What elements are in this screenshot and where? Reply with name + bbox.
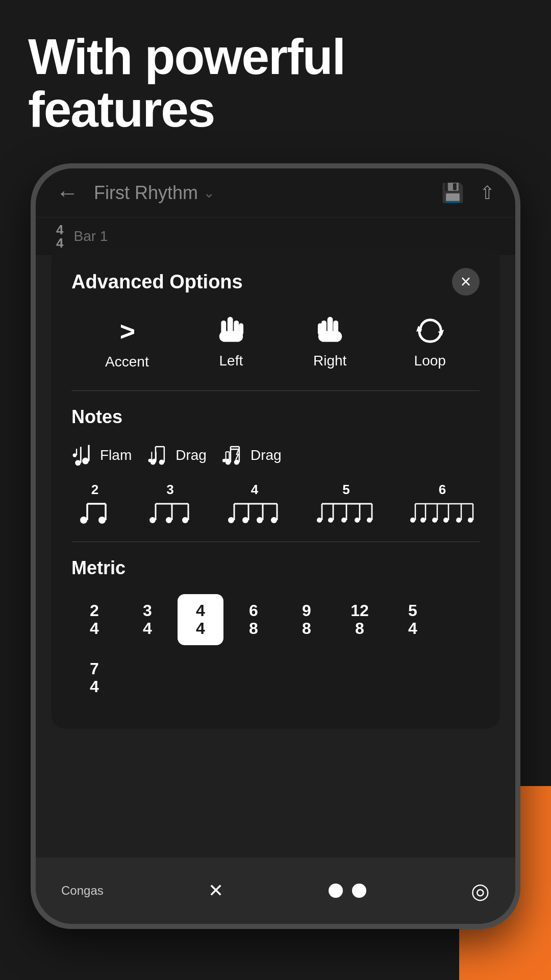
flam-icon: [71, 443, 94, 468]
tuplet-2[interactable]: 2: [77, 482, 113, 526]
tuplet-6[interactable]: 6: [410, 482, 474, 526]
tuplet-4-icon: [227, 500, 282, 526]
metric-title: Metric: [71, 557, 480, 579]
tuplet-2-icon: [77, 500, 113, 526]
loop-icon: [415, 316, 445, 346]
svg-point-56: [271, 517, 277, 523]
svg-point-54: [257, 517, 263, 523]
target-icon[interactable]: ◎: [471, 878, 490, 903]
right-option[interactable]: Right: [313, 316, 346, 370]
flam-label: Flam: [100, 447, 132, 463]
drag2-label: Drag: [251, 447, 282, 463]
drag2-icon: [222, 443, 244, 468]
svg-point-38: [80, 517, 87, 524]
metric-5-4[interactable]: 5 4: [390, 594, 436, 645]
svg-point-59: [317, 518, 322, 523]
right-label: Right: [313, 353, 346, 369]
tuplet-3-icon: [147, 500, 193, 526]
options-row: > Accent Left: [71, 316, 480, 370]
svg-point-29: [234, 459, 239, 464]
bottom-bar: Congas ✕ ◎: [36, 857, 515, 924]
accent-option[interactable]: > Accent: [105, 316, 149, 370]
modal-title: Advanced Options: [71, 271, 243, 293]
svg-point-65: [355, 518, 360, 523]
svg-point-63: [341, 518, 346, 523]
close-button[interactable]: ×: [452, 268, 480, 296]
drag1-item[interactable]: Drag: [147, 443, 207, 468]
bottom-dots: [329, 884, 366, 898]
svg-point-50: [228, 517, 234, 523]
divider-2: [71, 542, 480, 542]
tuplet-3[interactable]: 3: [147, 482, 193, 526]
svg-point-45: [166, 517, 172, 523]
svg-point-61: [328, 518, 333, 523]
metric-2-4[interactable]: 2 4: [71, 594, 117, 645]
loop-label: Loop: [414, 353, 446, 369]
dot-1: [329, 884, 343, 898]
svg-point-76: [443, 518, 448, 523]
flam-item[interactable]: Flam: [71, 443, 132, 468]
svg-rect-4: [219, 331, 243, 341]
svg-point-70: [410, 518, 415, 523]
svg-point-12: [75, 460, 81, 465]
left-option[interactable]: Left: [216, 316, 246, 370]
svg-point-80: [468, 518, 473, 523]
phone-mockup: ← First Rhythm ⌄ 💾 ⇧ 4 4 Bar 1 Advanc: [31, 163, 520, 929]
svg-point-20: [159, 459, 164, 464]
metric-6-8[interactable]: 6 8: [231, 594, 277, 645]
drag2-item[interactable]: Drag: [222, 443, 282, 468]
metric-section: Metric 2 4 3 4 4 4 6: [71, 557, 480, 703]
svg-point-67: [367, 518, 372, 523]
tuplet-6-icon: [410, 500, 474, 526]
advanced-options-modal: Advanced Options × > Accent: [51, 248, 500, 729]
svg-point-72: [420, 518, 425, 523]
phone-screen: ← First Rhythm ⌄ 💾 ⇧ 4 4 Bar 1 Advanc: [36, 168, 515, 924]
accent-label: Accent: [105, 354, 149, 370]
headline-line2: features: [28, 83, 523, 136]
svg-point-43: [149, 517, 156, 523]
tuplet-5[interactable]: 5: [316, 482, 377, 526]
left-label: Left: [219, 353, 243, 369]
metric-4-4[interactable]: 4 4: [178, 594, 223, 645]
accent-icon: >: [119, 316, 135, 347]
svg-point-74: [432, 518, 437, 523]
loop-option[interactable]: Loop: [414, 316, 446, 370]
notes-items-row: Flam: [71, 443, 480, 468]
svg-point-52: [242, 517, 248, 523]
svg-rect-5: [327, 317, 333, 333]
tuplet-5-icon: [316, 500, 377, 526]
metric-3-4[interactable]: 3 4: [124, 594, 170, 645]
modal-header: Advanced Options ×: [71, 268, 480, 296]
metric-items-row: 2 4 3 4 4 4 6 8: [71, 594, 480, 703]
metric-9-8[interactable]: 9 8: [284, 594, 330, 645]
hand-right-icon: [315, 316, 345, 346]
close-x-button[interactable]: ✕: [208, 880, 223, 901]
svg-point-40: [98, 517, 106, 524]
congas-label: Congas: [61, 884, 104, 898]
hand-left-icon: [216, 316, 246, 346]
drag1-label: Drag: [176, 447, 207, 463]
dot-2: [352, 884, 366, 898]
tuplet-4[interactable]: 4: [227, 482, 282, 526]
divider-1: [71, 390, 480, 391]
notes-title: Notes: [71, 406, 480, 428]
drag1-icon: [147, 443, 169, 468]
metric-12-8[interactable]: 12 8: [337, 594, 383, 645]
metric-7-4[interactable]: 7 4: [71, 652, 117, 703]
svg-rect-0: [228, 317, 233, 333]
svg-point-78: [456, 518, 461, 523]
tuplet-row: 2 3: [71, 482, 480, 526]
headline: With powerful features: [28, 31, 523, 136]
svg-point-47: [182, 517, 188, 523]
svg-point-14: [82, 458, 89, 464]
notes-section: Notes Flam: [71, 406, 480, 526]
headline-line1: With powerful: [28, 31, 523, 83]
svg-rect-9: [318, 331, 342, 341]
